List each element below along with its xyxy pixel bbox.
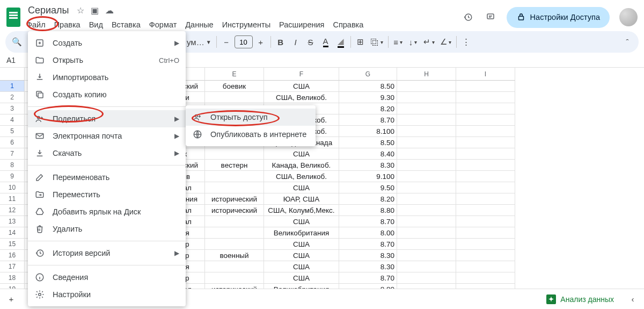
cell[interactable] — [397, 171, 456, 182]
expand-toolbar-button[interactable]: ˆ — [620, 34, 634, 49]
menu-item-Настройки[interactable]: Настройки — [28, 286, 186, 303]
menu-item-Поделиться[interactable]: Поделиться▶ — [28, 110, 186, 127]
font-size-plus[interactable]: + — [254, 34, 268, 49]
cell[interactable]: боевик — [205, 81, 264, 92]
cell[interactable] — [397, 92, 456, 103]
sheets-logo[interactable] — [6, 8, 20, 27]
cell[interactable] — [456, 261, 515, 272]
bold-button[interactable]: B — [274, 34, 288, 49]
row-number[interactable]: 1 — [0, 81, 25, 92]
borders-button[interactable]: ⊞ — [354, 34, 368, 49]
cell[interactable] — [456, 126, 515, 137]
cell[interactable] — [397, 250, 456, 261]
menu-item-История версий[interactable]: История версий▶ — [28, 245, 186, 262]
font-size-minus[interactable]: − — [219, 34, 233, 49]
cell[interactable] — [397, 261, 456, 272]
menu-item-Создать[interactable]: Создать▶ — [28, 34, 186, 52]
cell[interactable] — [456, 114, 515, 126]
menu-item-Опубликовать в интернете[interactable]: Опубликовать в интернете — [186, 126, 316, 143]
row-number[interactable]: 12 — [0, 205, 25, 216]
cell[interactable]: вестерн — [205, 160, 264, 171]
menu-вид[interactable]: Вид — [85, 18, 107, 31]
row-number[interactable]: 5 — [0, 126, 25, 137]
cell[interactable] — [205, 171, 264, 182]
cell[interactable] — [205, 272, 264, 284]
cell[interactable] — [397, 272, 456, 284]
menu-расширения[interactable]: Расширения — [275, 18, 328, 31]
cell[interactable]: 8.80 — [339, 205, 397, 216]
history-icon[interactable] — [462, 11, 474, 24]
cell[interactable]: 8.20 — [339, 103, 397, 114]
menu-инструменты[interactable]: Инструменты — [218, 18, 274, 31]
menu-формат[interactable]: Формат — [145, 18, 181, 31]
menu-item-Импортировать[interactable]: Импортировать — [28, 69, 186, 86]
cell[interactable] — [456, 205, 515, 216]
row-number[interactable]: 15 — [0, 239, 25, 250]
search-icon[interactable]: 🔍 — [10, 34, 24, 49]
cell[interactable] — [397, 137, 456, 148]
cell[interactable] — [397, 114, 456, 126]
menu-вставка[interactable]: Вставка — [108, 18, 144, 31]
cell[interactable]: военный — [205, 250, 264, 261]
wrap-button[interactable]: ↵▾ — [421, 34, 437, 49]
cell[interactable]: исторический — [205, 193, 264, 205]
cell[interactable]: 8.50 — [339, 81, 397, 92]
cell[interactable] — [205, 239, 264, 250]
add-sheet-button[interactable]: + — [4, 292, 18, 307]
cell[interactable] — [456, 137, 515, 148]
italic-button[interactable]: I — [289, 34, 303, 49]
cell[interactable] — [397, 148, 456, 160]
row-number[interactable]: 4 — [0, 114, 25, 126]
row-number[interactable]: 11 — [0, 193, 25, 205]
cell[interactable] — [456, 103, 515, 114]
cell[interactable]: США — [264, 250, 339, 261]
menu-item-Добавить ярлык на Диск[interactable]: Добавить ярлык на Диск — [28, 203, 186, 220]
cell[interactable]: США — [264, 261, 339, 272]
cell[interactable] — [205, 92, 264, 103]
cell[interactable]: 8.40 — [339, 148, 397, 160]
text-color-button[interactable]: A — [319, 34, 333, 49]
cell[interactable]: США — [264, 239, 339, 250]
cell[interactable] — [397, 126, 456, 137]
explore-button[interactable]: ✦ Анализ данных — [540, 291, 620, 307]
cell[interactable] — [456, 160, 515, 171]
cell[interactable]: 8.30 — [339, 261, 397, 272]
account-avatar[interactable] — [619, 8, 638, 26]
cell[interactable] — [456, 227, 515, 239]
cell[interactable]: США, Великоб. — [264, 92, 339, 103]
comments-icon[interactable] — [484, 11, 497, 24]
row-number[interactable]: 17 — [0, 261, 25, 272]
cell[interactable] — [456, 81, 515, 92]
menu-item-Электронная почта[interactable]: Электронная почта▶ — [28, 127, 186, 145]
menu-item-Скачать[interactable]: Скачать▶ — [28, 145, 186, 162]
cell[interactable]: США — [264, 148, 339, 160]
menu-правка[interactable]: Правка — [50, 18, 84, 31]
cell[interactable] — [456, 182, 515, 193]
row-number[interactable]: 14 — [0, 227, 25, 239]
cell[interactable] — [456, 193, 515, 205]
row-number[interactable]: 18 — [0, 272, 25, 284]
cell[interactable]: 8.100 — [339, 126, 397, 137]
share-button[interactable]: Настройки Доступа — [507, 7, 610, 28]
menu-item-Создать копию[interactable]: Создать копию — [28, 86, 186, 103]
row-number[interactable]: 6 — [0, 137, 25, 148]
row-number[interactable]: 7 — [0, 148, 25, 160]
column-header-F[interactable]: F — [264, 68, 339, 81]
more-button[interactable]: ⋮ — [459, 34, 473, 49]
menu-item-Удалить[interactable]: Удалить — [28, 220, 186, 238]
cell[interactable]: Великобритания — [264, 227, 339, 239]
menu-item-Открыть доступ[interactable]: Открыть доступ — [186, 109, 316, 126]
strike-button[interactable]: S — [304, 34, 318, 49]
column-header-H[interactable]: H — [397, 68, 456, 81]
menu-item-Открыть[interactable]: ОткрытьCtrl+O — [28, 52, 186, 69]
column-header-E[interactable]: E — [205, 68, 264, 81]
cell[interactable] — [456, 148, 515, 160]
cell[interactable]: исторический — [205, 205, 264, 216]
cell[interactable] — [456, 239, 515, 250]
cell[interactable]: 9.30 — [339, 92, 397, 103]
cell[interactable]: США — [264, 272, 339, 284]
cell[interactable]: 8.70 — [339, 239, 397, 250]
cell[interactable]: Канада, Великоб. — [264, 160, 339, 171]
cell[interactable] — [456, 216, 515, 227]
column-header-G[interactable]: G — [339, 68, 397, 81]
